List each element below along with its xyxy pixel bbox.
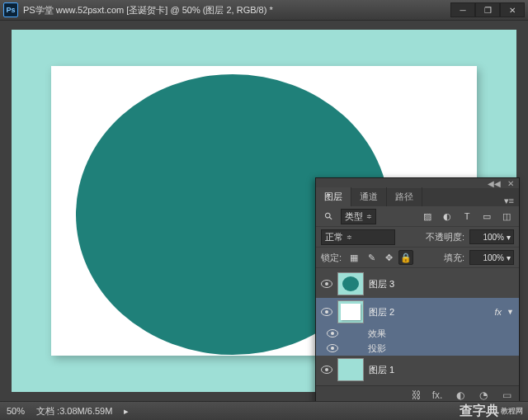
lock-all-icon[interactable]: 🔒 bbox=[398, 250, 413, 265]
collapse-icon[interactable]: ◀◀ bbox=[488, 179, 501, 188]
layer-effect-dropshadow[interactable]: 投影 bbox=[316, 341, 519, 356]
visibility-icon[interactable] bbox=[321, 280, 332, 288]
zoom-level[interactable]: 50% bbox=[7, 406, 25, 416]
app-window: Ps PS学堂 www.52psxt.com [圣诞贺卡] @ 50% (图层 … bbox=[0, 0, 528, 420]
chevron-down-icon: ▼ bbox=[507, 308, 514, 316]
blend-row: 正常≑ 不透明度: 100%▾ bbox=[316, 227, 519, 248]
doc-size: 文档 :3.08M/6.59M bbox=[36, 405, 112, 418]
dropshadow-label: 投影 bbox=[368, 342, 386, 355]
visibility-icon[interactable] bbox=[327, 344, 338, 352]
layer-thumb bbox=[337, 358, 364, 381]
panel-menu-icon[interactable]: ▾≡ bbox=[499, 196, 519, 206]
tab-channels[interactable]: 通道 bbox=[351, 187, 387, 206]
layer-row[interactable]: 图层 3 bbox=[316, 270, 519, 298]
layer-effects-badge[interactable]: fx▼ bbox=[495, 307, 514, 317]
panel-tabs: 图层 通道 路径 ▾≡ bbox=[316, 188, 519, 206]
visibility-icon[interactable] bbox=[321, 366, 332, 374]
filter-shape-icon[interactable]: ▭ bbox=[479, 209, 494, 224]
filter-kind-select[interactable]: 类型≑ bbox=[341, 209, 376, 224]
layer-name: 图层 2 bbox=[369, 306, 394, 319]
svg-point-3 bbox=[325, 310, 328, 314]
svg-point-1 bbox=[325, 282, 328, 286]
tab-paths[interactable]: 路径 bbox=[387, 187, 422, 206]
lock-icons: ▦ ✎ ✥ 🔒 bbox=[346, 250, 413, 265]
lock-row: 锁定: ▦ ✎ ✥ 🔒 填充: 100%▾ bbox=[316, 248, 519, 268]
svg-point-9 bbox=[325, 368, 328, 371]
chevron-down-icon: ≑ bbox=[346, 234, 352, 241]
layers-list: 图层 3 图层 2 fx▼ 效果 投影 图层 1 bbox=[316, 268, 519, 385]
lock-pixels-icon[interactable]: ✎ bbox=[364, 250, 379, 265]
fill-label: 填充: bbox=[444, 252, 464, 264]
lock-label: 锁定: bbox=[321, 252, 342, 264]
status-more-icon[interactable]: ▸ bbox=[124, 406, 129, 417]
search-icon: ⚲ bbox=[321, 209, 336, 224]
filter-adjust-icon[interactable]: ◐ bbox=[440, 209, 455, 224]
window-controls: ─ ❐ ✕ bbox=[450, 2, 525, 17]
chevron-down-icon: ≑ bbox=[366, 213, 372, 220]
layer-thumb bbox=[337, 300, 364, 323]
window-title: PS学堂 www.52psxt.com [圣诞贺卡] @ 50% (图层 2, … bbox=[23, 4, 450, 17]
visibility-icon[interactable] bbox=[321, 308, 332, 316]
filter-image-icon[interactable]: ▨ bbox=[420, 209, 435, 224]
lock-position-icon[interactable]: ✥ bbox=[381, 250, 396, 265]
app-icon: Ps bbox=[3, 2, 18, 17]
opacity-label: 不透明度: bbox=[426, 231, 464, 243]
close-button[interactable]: ✕ bbox=[500, 2, 525, 17]
filter-row: ⚲ 类型≑ ▨ ◐ T ▭ ◫ bbox=[316, 206, 519, 227]
tab-layers[interactable]: 图层 bbox=[316, 187, 351, 206]
maximize-button[interactable]: ❐ bbox=[475, 2, 500, 17]
layers-panel: ◀◀ ✕ 图层 通道 路径 ▾≡ ⚲ 类型≑ ▨ ◐ T ▭ ◫ 正常≑ 不透明… bbox=[315, 177, 520, 405]
layer-name: 图层 1 bbox=[369, 364, 394, 376]
blend-mode-select[interactable]: 正常≑ bbox=[321, 229, 395, 245]
opacity-input[interactable]: 100%▾ bbox=[469, 229, 514, 244]
status-bar: 50% 文档 :3.08M/6.59M ▸ bbox=[0, 401, 528, 420]
title-bar: Ps PS学堂 www.52psxt.com [圣诞贺卡] @ 50% (图层 … bbox=[0, 0, 528, 21]
layer-thumb bbox=[337, 272, 364, 295]
visibility-icon[interactable] bbox=[327, 329, 338, 337]
filter-type-icons: ▨ ◐ T ▭ ◫ bbox=[420, 209, 514, 224]
layer-name: 图层 3 bbox=[369, 278, 394, 290]
filter-smart-icon[interactable]: ◫ bbox=[499, 209, 514, 224]
fill-input[interactable]: 100%▾ bbox=[469, 250, 514, 265]
minimize-button[interactable]: ─ bbox=[450, 2, 475, 17]
filter-text-icon[interactable]: T bbox=[460, 209, 474, 224]
svg-point-5 bbox=[331, 332, 334, 335]
effects-label: 效果 bbox=[368, 328, 386, 340]
layer-effects-row[interactable]: 效果 bbox=[316, 326, 519, 341]
panel-close-icon[interactable]: ✕ bbox=[507, 179, 514, 188]
layer-row[interactable]: 图层 1 bbox=[316, 356, 519, 384]
svg-point-7 bbox=[331, 347, 334, 350]
layer-row-selected[interactable]: 图层 2 fx▼ bbox=[316, 298, 519, 326]
lock-transparency-icon[interactable]: ▦ bbox=[346, 250, 361, 265]
